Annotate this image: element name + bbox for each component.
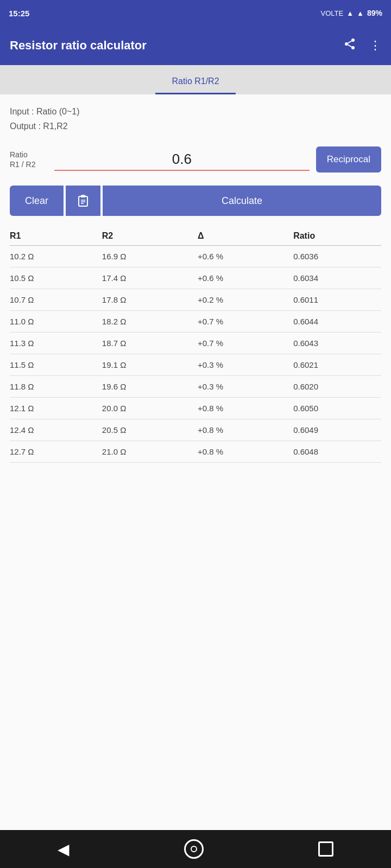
battery-level: 89% [367,9,382,17]
calculate-button[interactable]: Calculate [103,186,381,216]
cell-delta: +0.7 % [195,333,291,354]
svg-point-0 [351,39,355,42]
results-table: R1 R2 Δ Ratio 10.2 Ω16.9 Ω+0.6 %0.603610… [10,226,381,463]
more-menu-icon[interactable]: ⋮ [369,39,381,53]
back-icon: ◀ [58,840,70,858]
cell-ratio: 0.6034 [291,267,381,289]
cell-ratio: 0.6011 [291,289,381,311]
cell-ratio: 0.6043 [291,333,381,354]
cell-r1: 10.2 Ω [10,246,100,267]
cell-r1: 11.8 Ω [10,376,100,398]
table-row: 10.7 Ω17.8 Ω+0.2 %0.6011 [10,289,381,311]
cell-ratio: 0.6021 [291,354,381,376]
volte-icon: VOLTE [321,9,344,17]
app-title: Resistor ratio calculator [10,39,147,53]
table-row: 10.5 Ω17.4 Ω+0.6 %0.6034 [10,267,381,289]
col-header-ratio: Ratio [291,226,381,246]
cell-delta: +0.8 % [195,419,291,441]
app-bar-actions: ⋮ [343,37,381,54]
share-icon[interactable] [343,37,356,54]
status-icons: VOLTE ▲ ▲ 89% [321,9,382,17]
tab-ratio-r1r2[interactable]: Ratio R1/R2 [155,70,235,94]
back-button[interactable]: ◀ [58,840,70,858]
action-buttons: Clear Calculate [10,186,381,216]
input-label-group: Ratio R1 / R2 [10,150,48,169]
cell-ratio: 0.6049 [291,419,381,441]
svg-point-2 [351,46,355,49]
svg-line-3 [348,45,352,47]
svg-rect-6 [79,196,87,206]
description-line2: Output : R1,R2 [10,119,381,133]
table-row: 10.2 Ω16.9 Ω+0.6 %0.6036 [10,246,381,267]
status-time: 15:25 [9,9,29,18]
main-content: Input : Ratio (0~1) Output : R1,R2 Ratio… [0,94,391,830]
ratio-input[interactable] [54,149,310,171]
status-bar: 15:25 VOLTE ▲ ▲ 89% [0,0,391,26]
cell-ratio: 0.6044 [291,311,381,333]
cell-delta: +0.3 % [195,354,291,376]
cell-r1: 10.7 Ω [10,289,100,311]
cell-ratio: 0.6020 [291,376,381,398]
ratio-label-line2: R1 / R2 [10,159,48,169]
cell-r2: 16.9 Ω [100,246,195,267]
table-row: 11.8 Ω19.6 Ω+0.3 %0.6020 [10,376,381,398]
col-header-r2: R2 [100,226,195,246]
cell-r1: 10.5 Ω [10,267,100,289]
cell-r2: 19.6 Ω [100,376,195,398]
table-header-row: R1 R2 Δ Ratio [10,226,381,246]
cell-r2: 18.7 Ω [100,333,195,354]
cell-r2: 18.2 Ω [100,311,195,333]
svg-line-4 [348,41,352,43]
cell-r2: 19.1 Ω [100,354,195,376]
reciprocal-button[interactable]: Reciprocal [316,146,381,173]
cell-delta: +0.6 % [195,246,291,267]
nav-bar: ◀ [0,830,391,868]
ratio-label-line1: Ratio [10,150,48,159]
cell-delta: +0.3 % [195,376,291,398]
cell-r2: 20.5 Ω [100,419,195,441]
tab-bar: Ratio R1/R2 [0,65,391,94]
cell-r1: 12.4 Ω [10,419,100,441]
cell-r1: 11.3 Ω [10,333,100,354]
cell-delta: +0.8 % [195,398,291,419]
cell-ratio: 0.6048 [291,441,381,463]
cell-delta: +0.6 % [195,267,291,289]
cell-r2: 17.8 Ω [100,289,195,311]
cell-ratio: 0.6036 [291,246,381,267]
cell-r1: 12.7 Ω [10,441,100,463]
svg-rect-7 [81,195,85,197]
app-bar: Resistor ratio calculator ⋮ [0,26,391,65]
table-row: 12.1 Ω20.0 Ω+0.8 %0.6050 [10,398,381,419]
home-button[interactable] [184,839,204,859]
cell-r1: 11.5 Ω [10,354,100,376]
clipboard-button[interactable] [66,186,100,216]
cell-r2: 21.0 Ω [100,441,195,463]
cell-r2: 20.0 Ω [100,398,195,419]
cell-ratio: 0.6050 [291,398,381,419]
cell-r1: 11.0 Ω [10,311,100,333]
col-header-r1: R1 [10,226,100,246]
ratio-input-wrapper [54,149,310,171]
table-row: 11.0 Ω18.2 Ω+0.7 %0.6044 [10,311,381,333]
description-line1: Input : Ratio (0~1) [10,104,381,119]
signal-icon: ▲ [357,9,364,17]
clear-button[interactable]: Clear [10,186,64,216]
recents-button[interactable] [318,841,333,857]
cell-r1: 12.1 Ω [10,398,100,419]
cell-delta: +0.8 % [195,441,291,463]
cell-r2: 17.4 Ω [100,267,195,289]
cell-delta: +0.7 % [195,311,291,333]
input-section: Ratio R1 / R2 Reciprocal [10,146,381,173]
cell-delta: +0.2 % [195,289,291,311]
table-row: 12.4 Ω20.5 Ω+0.8 %0.6049 [10,419,381,441]
recents-icon [318,841,333,857]
home-icon [184,839,204,859]
col-header-delta: Δ [195,226,291,246]
description: Input : Ratio (0~1) Output : R1,R2 [10,104,381,133]
table-row: 11.5 Ω19.1 Ω+0.3 %0.6021 [10,354,381,376]
wifi-icon: ▲ [346,9,354,17]
svg-point-1 [345,42,348,46]
table-row: 11.3 Ω18.7 Ω+0.7 %0.6043 [10,333,381,354]
table-row: 12.7 Ω21.0 Ω+0.8 %0.6048 [10,441,381,463]
